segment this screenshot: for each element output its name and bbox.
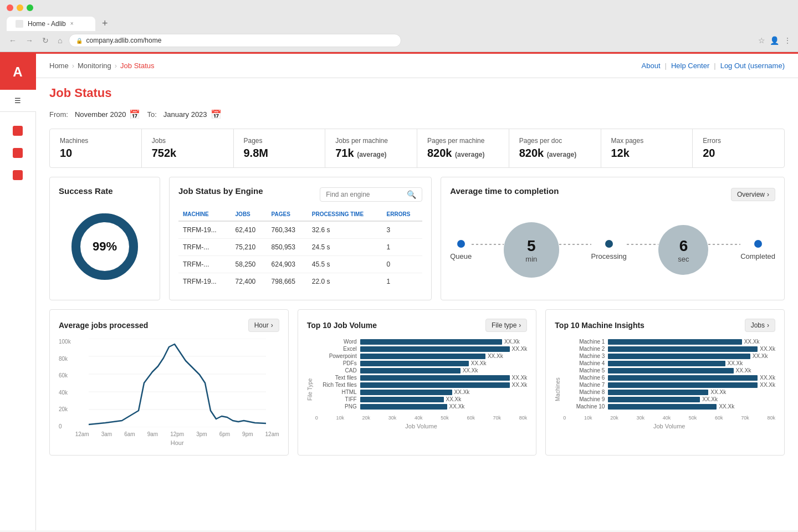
top10-volume-chart: File Type WordXX.XkExcelXX.XkPowerpointX…: [307, 339, 528, 429]
bubble-5min-unit: min: [525, 255, 537, 263]
logout-link[interactable]: Log Out (username): [720, 62, 785, 70]
sidebar-item-3[interactable]: [8, 165, 28, 185]
x-tick-6am: 6am: [124, 431, 135, 437]
top10-volume-card: Top 10 Job Volume File type › File Type …: [298, 309, 537, 456]
completed-label: Completed: [740, 252, 775, 260]
engine-search-input[interactable]: [326, 191, 403, 198]
stat-errors: Errors 20: [693, 129, 784, 167]
to-label: To:: [147, 110, 156, 119]
breadcrumb-sep-2: ›: [115, 62, 117, 70]
sidebar-logo[interactable]: A: [0, 54, 36, 90]
home-button[interactable]: ⌂: [55, 34, 64, 47]
list-item: ExcelXX.Xk: [315, 346, 528, 352]
help-center-link[interactable]: Help Center: [671, 62, 709, 70]
processing-label: Processing: [591, 252, 627, 260]
star-icon[interactable]: ☆: [758, 36, 765, 45]
avg-jobs-filter-button[interactable]: Hour ›: [248, 319, 279, 332]
y-tick-40k: 40k: [59, 390, 71, 396]
top10-machine-header: Top 10 Machine Insights Jobs ›: [555, 319, 775, 332]
top10-machine-card: Top 10 Machine Insights Jobs › Machines …: [545, 309, 785, 456]
address-right-icons: ☆ 👤 ⋮: [758, 36, 791, 45]
top10-machine-title: Top 10 Machine Insights: [555, 321, 644, 330]
header-links: About | Help Center | Log Out (username): [642, 62, 785, 70]
timeline-queue: Queue: [450, 240, 472, 260]
close-dot[interactable]: [7, 4, 13, 11]
list-item: Machine 9XX.Xk: [563, 396, 775, 402]
url-field[interactable]: 🔒 company.adlib.com/home: [69, 34, 401, 47]
browser-tab-active[interactable]: Home - Adlib ×: [7, 17, 95, 31]
y-tick-0: 0: [59, 423, 71, 429]
top10-volume-filter-button[interactable]: File type ›: [485, 319, 527, 332]
address-bar: ← → ↻ ⌂ 🔒 company.adlib.com/home ☆ 👤 ⋮: [0, 32, 798, 52]
machine-y-label: Machines: [555, 339, 561, 429]
menu-icon[interactable]: ⋮: [784, 36, 791, 45]
y-tick-60k: 60k: [59, 372, 71, 378]
top10-volume-filter-label: File type: [492, 321, 516, 329]
list-item: Machine 8XX.Xk: [563, 389, 775, 395]
new-tab-button[interactable]: +: [98, 16, 112, 32]
completed-dot: [754, 240, 762, 248]
chevron-right-icon-4: ›: [767, 321, 769, 329]
donut-value: 99%: [93, 239, 117, 253]
filter-bar: From: November 2020 📅 To: January 2023 📅: [36, 100, 798, 129]
breadcrumb-sep-1: ›: [72, 62, 74, 70]
col-machine: MACHINE: [178, 208, 231, 221]
col-errors: ERRORS: [382, 208, 423, 221]
line-3: [627, 244, 659, 245]
sidebar-item-1[interactable]: [8, 121, 28, 141]
donut-chart: 99%: [59, 202, 151, 291]
top10-volume-header: Top 10 Job Volume File type ›: [307, 319, 528, 332]
lock-icon: 🔒: [76, 38, 83, 44]
about-link[interactable]: About: [642, 62, 661, 70]
overview-button[interactable]: Overview ›: [731, 188, 775, 201]
main-content: Home › Monitoring › Job Status About | H…: [36, 54, 798, 530]
to-date[interactable]: January 2023 📅: [163, 109, 222, 120]
queue-dot: [457, 240, 465, 248]
url-text: company.adlib.com/home: [86, 37, 161, 44]
top10-volume-title: Top 10 Job Volume: [307, 321, 377, 330]
avg-jobs-title: Average jobs processed: [59, 321, 148, 330]
nav-icon-1: [13, 126, 23, 136]
list-item: Machine 6XX.Xk: [563, 375, 775, 381]
list-item: Text filesXX.Xk: [315, 375, 528, 381]
list-item: Machine 10XX.Xk: [563, 403, 775, 410]
engine-search[interactable]: 🔍: [320, 187, 422, 202]
list-item: Machine 5XX.Xk: [563, 367, 775, 374]
breadcrumb-monitoring[interactable]: Monitoring: [78, 62, 111, 70]
reload-button[interactable]: ↻: [40, 34, 51, 47]
x-tick-3am: 3am: [101, 431, 112, 437]
stat-pages: Pages 9.8M: [234, 129, 326, 167]
breadcrumb-current: Job Status: [120, 62, 154, 70]
donut-svg: 99%: [66, 208, 144, 285]
top10-machine-filter-button[interactable]: Jobs ›: [745, 319, 775, 332]
line-chart-wrapper: 12am 3am 6am 9am 12pm 3pm 6pm 9pm 12am H…: [75, 339, 279, 446]
header-sep-1: |: [665, 62, 667, 70]
from-calendar-icon[interactable]: 📅: [129, 109, 140, 120]
back-button[interactable]: ←: [7, 34, 19, 47]
machine-x-label: Job Volume: [563, 423, 775, 429]
maximize-dot[interactable]: [27, 4, 33, 11]
x-tick-9am: 9am: [147, 431, 158, 437]
avatar-icon[interactable]: 👤: [770, 36, 779, 45]
list-item: PNGXX.Xk: [315, 403, 528, 410]
table-row: TRFM-19...62,410760,34332.6 s3: [178, 221, 422, 239]
bubble-6sec-unit: sec: [678, 255, 689, 263]
tab-close-button[interactable]: ×: [70, 21, 74, 27]
engine-header: Job Status by Engine 🔍: [178, 186, 422, 202]
col-jobs: JOBS: [231, 208, 267, 221]
sidebar-item-2[interactable]: [8, 143, 28, 163]
forward-button[interactable]: →: [23, 34, 35, 47]
bubble-5min-value: 5: [527, 237, 536, 255]
minimize-dot[interactable]: [17, 4, 23, 11]
sidebar-toggle[interactable]: ☰: [0, 90, 36, 112]
volume-x-label: Job Volume: [315, 423, 528, 429]
tab-favicon: [16, 20, 23, 28]
queue-label: Queue: [450, 252, 472, 260]
stat-max-pages: Max pages 12k: [601, 129, 693, 167]
to-calendar-icon[interactable]: 📅: [211, 109, 222, 120]
list-item: Machine 2XX.Xk: [563, 346, 775, 352]
engine-title: Job Status by Engine: [178, 186, 263, 196]
engine-table-header-row: MACHINE JOBS PAGES PROCESSING TIME ERROR…: [178, 208, 422, 221]
from-date[interactable]: November 2020 📅: [75, 109, 141, 120]
breadcrumb-home[interactable]: Home: [49, 62, 69, 70]
